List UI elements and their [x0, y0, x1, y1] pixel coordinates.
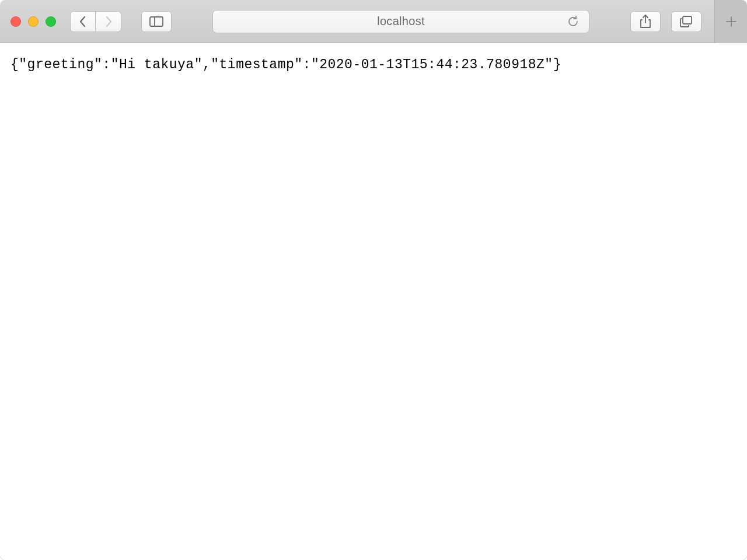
svg-rect-2	[683, 16, 692, 24]
chevron-left-icon	[79, 16, 87, 27]
address-bar[interactable]: localhost	[212, 10, 589, 33]
maximize-window-button[interactable]	[46, 16, 56, 27]
address-text: localhost	[377, 15, 425, 28]
sidebar-icon	[149, 16, 163, 27]
share-icon	[640, 15, 651, 29]
forward-button[interactable]	[96, 11, 121, 32]
plus-icon	[725, 16, 737, 27]
browser-window: localhost	[0, 0, 747, 560]
reload-icon[interactable]	[567, 15, 580, 28]
response-body-text: {"greeting":"Hi takuya","timestamp":"202…	[11, 57, 736, 72]
close-window-button[interactable]	[11, 16, 21, 27]
share-button[interactable]	[630, 11, 661, 32]
page-content: {"greeting":"Hi takuya","timestamp":"202…	[0, 43, 747, 560]
chevron-right-icon	[104, 16, 113, 27]
navigation-buttons	[70, 11, 121, 32]
tabs-icon	[680, 16, 693, 27]
sidebar-toggle-button[interactable]	[141, 11, 172, 32]
window-controls	[11, 16, 56, 27]
svg-rect-0	[150, 17, 163, 26]
toolbar-right-buttons	[630, 0, 736, 43]
new-tab-button[interactable]	[714, 0, 747, 43]
browser-toolbar: localhost	[0, 0, 747, 43]
back-button[interactable]	[70, 11, 96, 32]
tabs-button[interactable]	[671, 11, 701, 32]
minimize-window-button[interactable]	[28, 16, 39, 27]
